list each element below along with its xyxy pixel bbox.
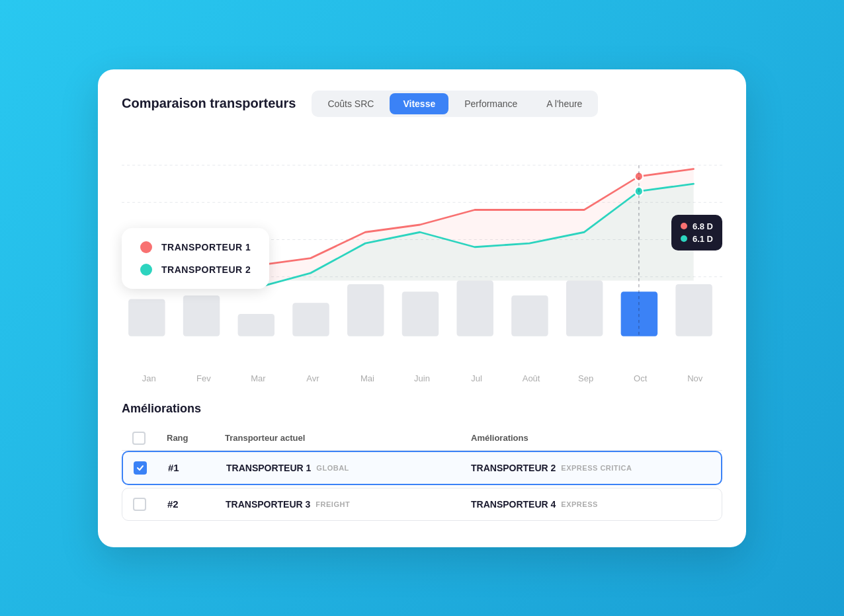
- card-header: Comparaison transporteurs Coûts SRC Vite…: [122, 91, 722, 117]
- x-label-sep: Sep: [558, 373, 613, 383]
- row2-checkbox[interactable]: [133, 498, 146, 511]
- tab-vitesse[interactable]: Vitesse: [390, 93, 448, 114]
- tooltip-item-2: 6.1 D: [681, 234, 713, 244]
- tooltip-item-1: 6.8 D: [681, 221, 713, 231]
- svg-rect-10: [456, 280, 493, 336]
- row2-current-carrier: TRANSPORTEUR 3 FREIGHT: [226, 499, 466, 510]
- svg-rect-11: [511, 295, 548, 336]
- check-icon: [136, 464, 144, 472]
- row2-rank: #2: [167, 498, 220, 510]
- legend-item-1: TRANSPORTEUR 1: [140, 241, 251, 253]
- x-label-mar: Mar: [231, 373, 286, 383]
- x-label-mai: Mai: [340, 373, 395, 383]
- x-label-jul: Jul: [449, 373, 504, 383]
- legend-label-2: TRANSPORTEUR 2: [161, 264, 251, 275]
- tooltip-value-2: 6.1 D: [693, 234, 713, 244]
- legend-label-1: TRANSPORTEUR 1: [161, 242, 251, 252]
- row1-current-name: TRANSPORTEUR 1: [226, 463, 311, 473]
- svg-rect-7: [292, 303, 329, 336]
- tab-performance[interactable]: Performance: [451, 93, 530, 114]
- svg-rect-9: [402, 291, 439, 336]
- tooltip-value-1: 6.8 D: [693, 221, 713, 231]
- row1-improvement-tag: EXPRESS CRITICA: [561, 464, 632, 472]
- tooltip-dot-2: [681, 235, 687, 242]
- col-rang: Rang: [167, 433, 220, 443]
- legend-item-2: TRANSPORTEUR 2: [140, 264, 251, 276]
- row2-current-tag: FREIGHT: [316, 500, 350, 508]
- legend-dot-2: [140, 264, 152, 276]
- svg-rect-4: [128, 299, 165, 336]
- ameliorations-section: Améliorations Rang Transporteur actuel A…: [122, 402, 722, 521]
- col-transporteur: Transporteur actuel: [225, 433, 466, 443]
- svg-rect-8: [347, 284, 384, 336]
- x-axis: Jan Fev Mar Avr Mai Juin Jul Août Sep Oc…: [122, 373, 722, 383]
- header-checkbox[interactable]: [132, 432, 146, 445]
- svg-rect-12: [566, 280, 603, 336]
- table-row[interactable]: #2 TRANSPORTEUR 3 FREIGHT TRANSPORTEUR 4…: [122, 488, 722, 521]
- svg-rect-14: [675, 284, 712, 336]
- x-label-aout: Août: [504, 373, 559, 383]
- x-label-fev: Fev: [177, 373, 232, 383]
- row1-checkbox[interactable]: [134, 461, 147, 475]
- row1-rank: #1: [168, 462, 221, 473]
- tooltip-dot-1: [681, 223, 687, 229]
- row1-improvement-carrier: TRANSPORTEUR 2 EXPRESS CRITICA: [471, 463, 710, 473]
- row2-current-name: TRANSPORTEUR 3: [226, 499, 310, 510]
- x-label-jan: Jan: [122, 373, 177, 383]
- col-ameliorations: Améliorations: [471, 433, 712, 443]
- table-row[interactable]: #1 TRANSPORTEUR 1 GLOBAL TRANSPORTEUR 2 …: [122, 451, 722, 485]
- svg-rect-6: [238, 314, 274, 336]
- x-label-oct: Oct: [613, 373, 668, 383]
- row2-improvement-tag: EXPRESS: [561, 500, 597, 508]
- table-header: Rang Transporteur actuel Améliorations: [122, 426, 722, 451]
- x-label-avr: Avr: [286, 373, 341, 383]
- card-title: Comparaison transporteurs: [122, 96, 296, 111]
- tab-couts[interactable]: Coûts SRC: [314, 93, 387, 114]
- legend-dot-1: [140, 241, 152, 253]
- row1-current-tag: GLOBAL: [316, 464, 349, 472]
- row1-current-carrier: TRANSPORTEUR 1 GLOBAL: [226, 463, 466, 473]
- x-label-nov: Nov: [667, 373, 722, 383]
- ameliorations-title: Améliorations: [122, 402, 722, 416]
- tab-heure[interactable]: A l'heure: [533, 93, 595, 114]
- row1-improvement-name: TRANSPORTEUR 2: [471, 463, 556, 473]
- row2-improvement-name: TRANSPORTEUR 4: [471, 499, 556, 510]
- main-card: Comparaison transporteurs Coûts SRC Vite…: [98, 69, 746, 547]
- tab-group: Coûts SRC Vitesse Performance A l'heure: [312, 91, 598, 117]
- row2-improvement-carrier: TRANSPORTEUR 4 EXPRESS: [471, 499, 711, 510]
- chart-tooltip: 6.8 D 6.1 D: [671, 215, 722, 250]
- chart-legend: TRANSPORTEUR 1 TRANSPORTEUR 2: [122, 228, 269, 289]
- svg-rect-5: [183, 295, 220, 336]
- x-label-juin: Juin: [395, 373, 450, 383]
